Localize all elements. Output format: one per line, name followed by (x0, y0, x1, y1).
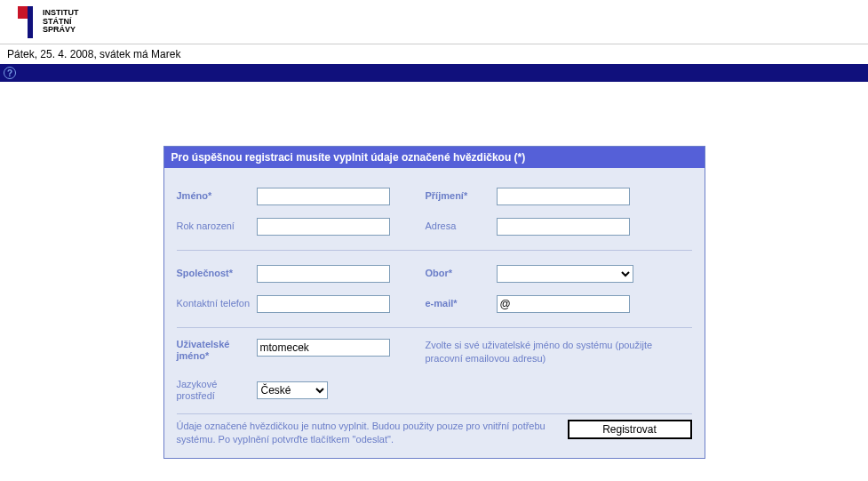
app-header: Institut Státní Správy (0, 0, 868, 44)
label-email: e-mail* (426, 298, 497, 309)
first-name-input[interactable] (257, 188, 390, 205)
label-field: Obor* (426, 268, 497, 279)
username-hint: Zvolte si své uživatelské jméno do systé… (426, 340, 653, 364)
label-company: Společnost* (177, 268, 257, 279)
label-last-name: Příjmení* (426, 190, 497, 202)
divider (177, 413, 692, 414)
footer-note: Údaje označené hvězdičkou je nutno vypln… (177, 420, 557, 446)
register-button[interactable]: Registrovat (568, 420, 692, 439)
logo: Institut Státní Správy (18, 6, 79, 38)
registration-form-panel: Pro úspěšnou registraci musíte vyplnit ú… (163, 146, 705, 459)
last-name-input[interactable] (497, 188, 630, 205)
status-bar: Pátek, 25. 4. 2008, svátek má Marek (0, 44, 868, 64)
field-select[interactable] (497, 265, 633, 283)
username-input[interactable] (257, 339, 390, 357)
divider (177, 250, 692, 251)
label-locale: Jazykové prostředí (177, 379, 257, 402)
birth-year-input[interactable] (257, 218, 390, 236)
divider (177, 327, 692, 328)
address-input[interactable] (497, 218, 630, 236)
help-icon[interactable]: ? (4, 67, 16, 79)
label-address: Adresa (426, 220, 497, 232)
logo-text: Institut Státní Správy (43, 9, 79, 36)
company-input[interactable] (257, 265, 390, 283)
label-first-name: Jméno* (177, 190, 257, 202)
svg-rect-0 (18, 6, 28, 19)
svg-rect-2 (28, 19, 33, 38)
email-input[interactable] (497, 295, 630, 313)
svg-rect-1 (28, 6, 33, 19)
label-username: Uživatelské jméno* (177, 339, 257, 362)
label-birth-year: Rok narození (177, 220, 257, 232)
locale-select[interactable]: České (257, 381, 328, 399)
label-phone: Kontaktní telefon (177, 298, 257, 309)
nav-bar: ? (0, 64, 868, 82)
form-title: Pro úspěšnou registraci musíte vyplnit ú… (164, 147, 705, 168)
logo-mark (18, 6, 37, 38)
phone-input[interactable] (257, 295, 390, 313)
